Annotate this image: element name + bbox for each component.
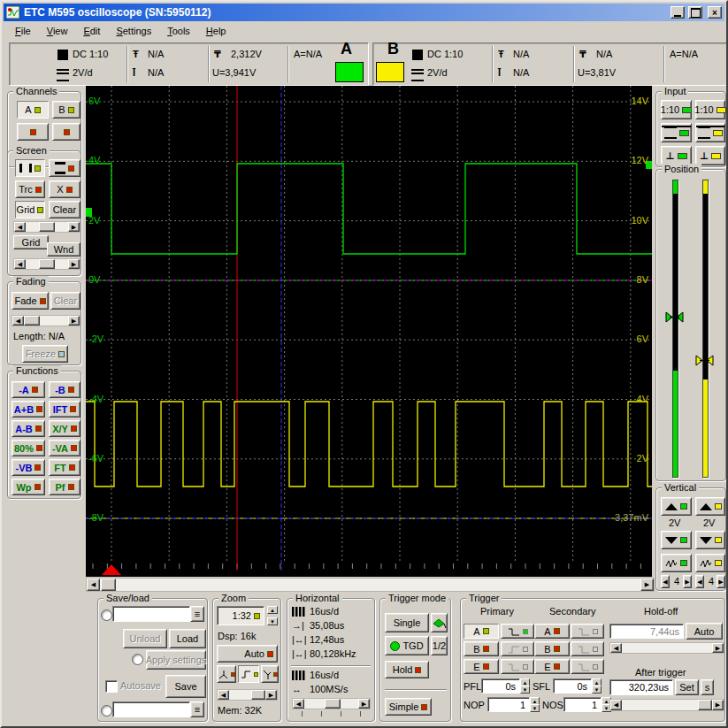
lines-display-button[interactable] (49, 159, 80, 177)
fn-button-80%[interactable]: 80% (11, 440, 45, 456)
save-button[interactable]: Save (165, 675, 206, 698)
fn-button-Pf[interactable]: Pf (49, 479, 80, 495)
fn-button-Wp[interactable]: Wp (11, 479, 45, 495)
horizontal-scrollbar[interactable]: ◀▶ (292, 698, 371, 709)
data-file-radio[interactable] (101, 705, 112, 717)
fn-button--VB[interactable]: -VB (11, 459, 45, 476)
trigger-secondary-channel-B[interactable]: B (534, 641, 570, 656)
zoom-ratio-spinner[interactable]: ▲▼ (267, 606, 278, 625)
sfl-spinner[interactable]: ▲▼ (592, 678, 602, 694)
fn-button-FT[interactable]: FT (49, 459, 80, 476)
pfl-spinner[interactable]: ▲▼ (520, 678, 530, 694)
pause-button[interactable] (15, 159, 45, 177)
load-button[interactable]: Load (169, 629, 206, 648)
settings-file-input[interactable] (112, 606, 190, 622)
probe-a-button[interactable]: 1:10 (661, 100, 692, 119)
zoom-auto-button[interactable]: Auto (217, 645, 278, 663)
noise-filter-a-button[interactable] (661, 554, 692, 572)
nos-input[interactable]: 1 (563, 697, 602, 712)
menu-edit[interactable]: Edit (75, 24, 108, 38)
avg-b-decrement-button[interactable]: ◀ (695, 575, 704, 588)
trigger-secondary-edge-B[interactable] (571, 641, 604, 656)
close-button[interactable]: × (708, 6, 722, 19)
trigger-primary-edge-E[interactable] (501, 659, 534, 674)
fade-button[interactable]: Fade (11, 292, 49, 310)
scope-display[interactable]: 6V4V2V0V-2V-4V-6V-8V14V12V10V8V6V4V2V3,3… (86, 86, 652, 577)
trigger-secondary-channel-A[interactable]: A (534, 624, 570, 639)
pfl-input[interactable]: 0s (481, 678, 520, 694)
avg-a-decrement-button[interactable]: ◀ (661, 575, 670, 588)
fn-button-X/Y[interactable]: X/Y (49, 420, 80, 437)
menu-help[interactable]: Help (198, 24, 234, 38)
noise-filter-b-button[interactable] (695, 554, 725, 572)
grid-button[interactable]: Grid (15, 201, 45, 218)
zoom-scrollbar[interactable]: ◀▶ (217, 689, 278, 701)
probe-b-button[interactable]: 1:10 (695, 100, 725, 119)
position-b-slider-track[interactable] (702, 180, 709, 478)
fn-button--VA[interactable]: -VA (49, 440, 80, 456)
channel-b-enable-button[interactable]: B (52, 101, 80, 119)
flag-button[interactable] (431, 613, 448, 632)
trigger-primary-channel-E[interactable]: E (464, 659, 499, 674)
trigger-pos-end-button[interactable] (261, 665, 279, 683)
settings-file-menu-button[interactable]: ≡ (190, 606, 204, 622)
fn-button-A+B[interactable]: A+B (11, 401, 45, 418)
nop-spinner[interactable]: ▲▼ (530, 697, 540, 712)
ground-b-button[interactable]: ⊥ (695, 146, 725, 165)
fading-scrollbar[interactable]: ◀▶ (11, 315, 80, 326)
data-file-input[interactable] (112, 701, 190, 717)
avg-b-increment-button[interactable]: ▶ (717, 575, 725, 588)
fn-button--B[interactable]: -B (49, 381, 80, 398)
window-intensity-scrollbar[interactable]: ◀▶ (13, 258, 80, 270)
tgd-button[interactable]: TGD (385, 636, 429, 655)
channel-a-enable-button[interactable]: A (17, 101, 49, 119)
position-b-slider-handle[interactable] (695, 355, 714, 366)
after-trigger-scrollbar[interactable]: ◀▶ (609, 699, 724, 711)
screen-clear-button[interactable]: Clear (49, 201, 80, 218)
apply-settings-radio[interactable] (132, 654, 143, 665)
holdoff-auto-button[interactable]: Auto (686, 623, 723, 640)
title-bar[interactable]: ETC M595 oscilloscope (SN:5950112) × (4, 4, 724, 21)
fn-button-A-B[interactable]: A-B (11, 420, 45, 437)
single-button[interactable]: Single (385, 613, 429, 632)
coupling-a-button[interactable] (661, 123, 692, 142)
x-mode-button[interactable]: X (49, 180, 80, 198)
half-button[interactable]: 1/2 (431, 636, 448, 655)
after-trigger-input[interactable]: 320,23us (609, 679, 673, 695)
simple-button[interactable]: Simple (385, 698, 432, 716)
data-file-menu-button[interactable]: ≡ (190, 701, 204, 717)
trigger-primary-channel-B[interactable]: B (464, 641, 499, 656)
apply-settings-button[interactable]: Apply settings (146, 650, 206, 670)
holdoff-scrollbar[interactable]: ◀▶ (609, 642, 724, 654)
coupling-b-button[interactable] (695, 123, 725, 142)
scale-up-b-button[interactable] (695, 497, 725, 516)
trigger-primary-edge-B[interactable] (501, 641, 534, 656)
nop-input[interactable]: 1 (487, 697, 530, 712)
menu-file[interactable]: File (7, 24, 39, 38)
hold-button[interactable]: Hold (385, 661, 429, 678)
after-trigger-unit-button[interactable]: s (701, 679, 714, 695)
after-trigger-set-button[interactable]: Set (675, 679, 699, 695)
trigger-primary-channel-A[interactable]: A (464, 624, 499, 639)
unload-button[interactable]: Unload (123, 629, 167, 648)
trigger-primary-edge-A[interactable] (501, 624, 534, 639)
ground-a-button[interactable]: ⊥ (661, 146, 692, 165)
channel-b-aux-button[interactable] (52, 123, 80, 141)
minimize-button[interactable] (671, 6, 685, 19)
grid-intensity-scrollbar[interactable]: ◀▶ (13, 221, 80, 233)
tab-grid[interactable]: Grid (13, 235, 49, 249)
position-a-slider-track[interactable] (672, 180, 678, 478)
sfl-input[interactable]: 0s (553, 678, 592, 694)
maximize-button[interactable] (688, 6, 702, 19)
trigger-secondary-edge-A[interactable] (571, 624, 604, 639)
trigger-pos-start-button[interactable] (217, 665, 236, 683)
menu-tools[interactable]: Tools (159, 24, 198, 38)
trigger-secondary-edge-E[interactable] (571, 659, 604, 674)
scale-down-a-button[interactable] (661, 531, 692, 549)
avg-a-increment-button[interactable]: ▶ (683, 575, 692, 588)
freeze-button[interactable]: Freeze (22, 345, 68, 363)
trigger-pos-middle-button[interactable] (238, 665, 259, 683)
autosave-checkbox[interactable] (105, 680, 118, 693)
tab-wnd[interactable]: Wnd (47, 242, 80, 257)
channel-a-aux-button[interactable] (17, 123, 49, 141)
